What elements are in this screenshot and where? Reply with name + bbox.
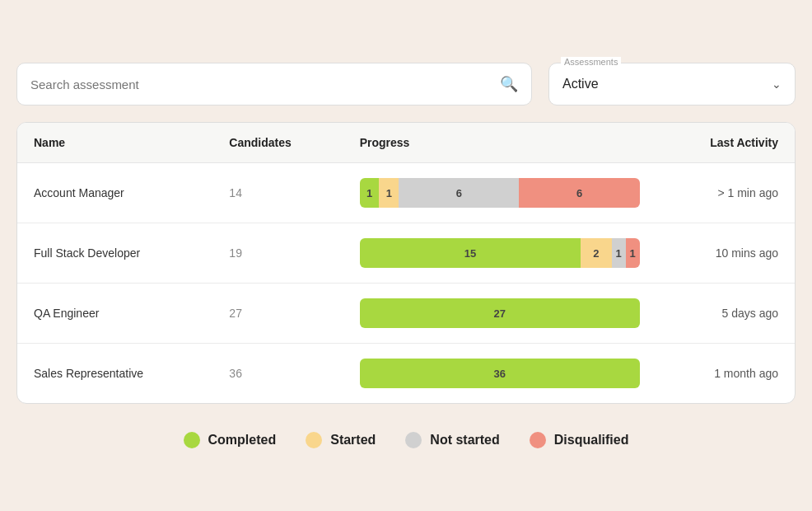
row-candidates: 19 <box>212 223 343 284</box>
segment-completed: 27 <box>360 298 640 328</box>
legend-item-started: Started <box>306 432 376 448</box>
legend-dot-started <box>306 432 322 448</box>
progress-bar: 27 <box>360 298 640 328</box>
row-name: QA Engineer <box>17 284 212 344</box>
row-name: Sales Representative <box>17 344 212 404</box>
col-name: Name <box>17 123 212 163</box>
segment-completed: 15 <box>360 238 581 268</box>
search-input[interactable] <box>30 77 500 91</box>
legend-item-disqualified: Disqualified <box>530 432 629 448</box>
legend-item-not-started: Not started <box>405 432 499 448</box>
table-row: Full Stack Developer191521110 mins ago <box>17 223 795 284</box>
legend-dot-completed <box>184 432 200 448</box>
progress-bar: 36 <box>360 359 640 388</box>
legend-label-completed: Completed <box>208 433 277 448</box>
legend-dot-not-started <box>405 432 422 448</box>
row-last-activity: 10 mins ago <box>656 223 795 284</box>
assessments-label: Assessments <box>561 57 621 67</box>
legend-row: CompletedStartedNot startedDisqualified <box>16 424 796 448</box>
row-name: Full Stack Developer <box>17 223 212 284</box>
col-progress: Progress <box>343 123 656 163</box>
legend-item-completed: Completed <box>184 432 277 448</box>
row-last-activity: > 1 min ago <box>656 163 795 223</box>
segment-not-started: 6 <box>399 178 519 208</box>
col-last-activity: Last Activity <box>656 123 795 163</box>
main-container: 🔍 Assessments Active ⌄ Name Candidates P… <box>16 63 796 448</box>
row-progress: 36 <box>343 344 656 404</box>
row-last-activity: 1 month ago <box>656 344 795 404</box>
segment-completed: 1 <box>360 178 380 208</box>
legend-label-disqualified: Disqualified <box>554 433 629 448</box>
legend-label-started: Started <box>330 433 376 448</box>
segment-disqualified: 6 <box>519 178 639 208</box>
header-row: 🔍 Assessments Active ⌄ <box>16 63 796 105</box>
row-candidates: 27 <box>212 284 343 344</box>
row-progress: 15211 <box>343 223 656 284</box>
row-candidates: 36 <box>212 344 343 404</box>
table-row: QA Engineer27275 days ago <box>17 284 795 344</box>
row-last-activity: 5 days ago <box>656 284 795 344</box>
row-name: Account Manager <box>17 163 212 223</box>
chevron-down-icon: ⌄ <box>772 77 782 91</box>
row-candidates: 14 <box>212 163 343 223</box>
table-header-row: Name Candidates Progress Last Activity <box>17 123 795 163</box>
segment-disqualified: 1 <box>626 238 640 268</box>
assessments-value-row: Active ⌄ <box>562 77 782 91</box>
table-container: Name Candidates Progress Last Activity A… <box>16 122 796 404</box>
search-box[interactable]: 🔍 <box>16 63 532 105</box>
progress-bar: 1166 <box>360 178 640 208</box>
progress-bar: 15211 <box>360 238 640 268</box>
legend-label-not-started: Not started <box>430 433 499 448</box>
row-progress: 27 <box>343 284 656 344</box>
segment-not-started: 1 <box>612 238 626 268</box>
assessment-table: Name Candidates Progress Last Activity A… <box>17 123 795 403</box>
assessments-value: Active <box>562 77 599 91</box>
search-icon: 🔍 <box>500 75 518 93</box>
row-progress: 1166 <box>343 163 656 223</box>
legend-dot-disqualified <box>530 432 546 448</box>
assessments-dropdown[interactable]: Assessments Active ⌄ <box>548 63 796 105</box>
segment-started: 1 <box>379 178 399 208</box>
segment-started: 2 <box>581 238 611 268</box>
table-row: Sales Representative36361 month ago <box>17 344 795 404</box>
table-row: Account Manager141166> 1 min ago <box>17 163 795 223</box>
col-candidates: Candidates <box>212 123 343 163</box>
segment-completed: 36 <box>360 359 640 388</box>
